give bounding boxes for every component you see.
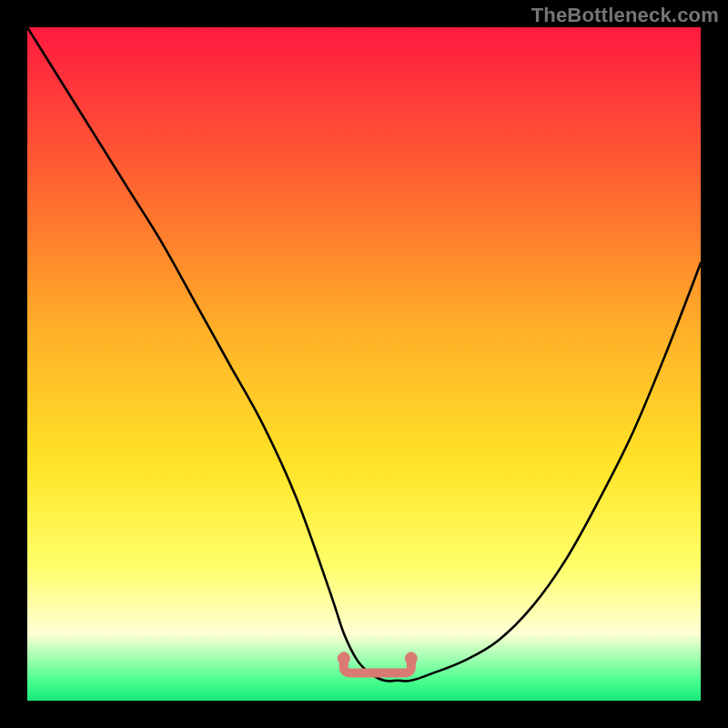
chart-svg <box>27 27 701 701</box>
watermark-label: TheBottleneck.com <box>531 4 719 27</box>
valley-dot <box>338 652 350 665</box>
plot-area <box>27 27 701 701</box>
chart-frame: TheBottleneck.com <box>0 0 728 728</box>
bottleneck-curve <box>27 27 701 681</box>
valley-floor-marker <box>344 657 411 673</box>
valley-dot <box>405 652 418 665</box>
